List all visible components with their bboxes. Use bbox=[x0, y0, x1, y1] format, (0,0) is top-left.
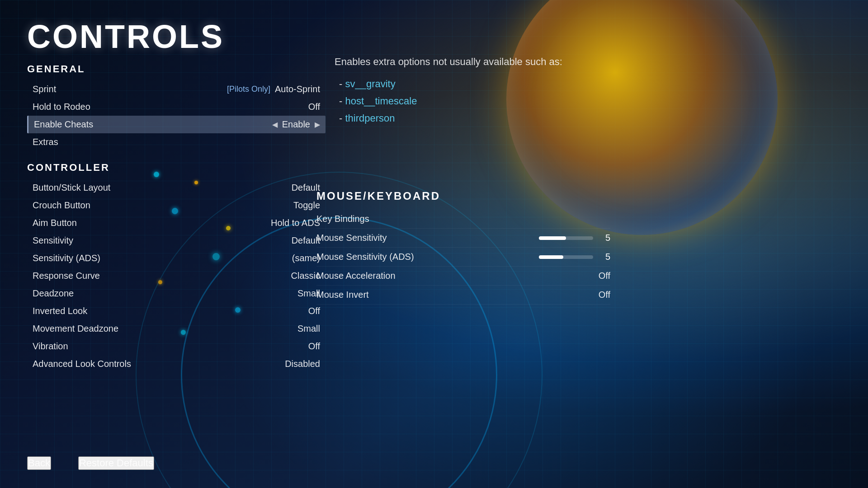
sv-gravity-link: sv__gravity bbox=[345, 78, 395, 89]
aim-button-row[interactable]: Aim Button Hold to ADS bbox=[27, 214, 326, 232]
advanced-look-value: Disabled bbox=[285, 359, 320, 369]
deadzone-row[interactable]: Deadzone Small bbox=[27, 285, 326, 302]
controller-settings: Button/Stick Layout Default Crouch Butto… bbox=[27, 179, 326, 373]
mouse-invert-value: Off bbox=[599, 290, 610, 300]
button-stick-row[interactable]: Button/Stick Layout Default bbox=[27, 179, 326, 197]
aim-button-label: Aim Button bbox=[33, 218, 77, 228]
mouse-sensitivity-ads-row[interactable]: Mouse Sensitivity (ADS) 5 bbox=[316, 248, 610, 267]
mouse-sensitivity-number: 5 bbox=[599, 233, 610, 243]
crouch-button-label: Crouch Button bbox=[33, 200, 90, 211]
general-header: GENERAL bbox=[27, 63, 326, 75]
movement-deadzone-label: Movement Deadzone bbox=[33, 324, 118, 334]
deadzone-label: Deadzone bbox=[33, 288, 74, 299]
advanced-look-row[interactable]: Advanced Look Controls Disabled bbox=[27, 355, 326, 373]
inverted-look-value: Off bbox=[308, 306, 320, 316]
sensitivity-value: Default bbox=[292, 235, 320, 246]
mouse-acceleration-label: Mouse Acceleration bbox=[316, 271, 396, 281]
movement-deadzone-row[interactable]: Movement Deadzone Small bbox=[27, 320, 326, 338]
general-settings: Sprint [Pilots Only] Auto-Sprint Hold to… bbox=[27, 80, 326, 151]
enable-cheats-value: ◀ Enable ▶ bbox=[272, 119, 320, 130]
key-bindings-label: Key Bindings bbox=[316, 214, 369, 224]
response-curve-value: Classic bbox=[291, 271, 320, 281]
mouse-sensitivity-ads-value: 5 bbox=[539, 252, 610, 262]
back-button[interactable]: Back bbox=[27, 456, 51, 470]
mouse-sensitivity-ads-fill bbox=[539, 255, 563, 259]
hold-rodeo-label: Hold to Rodeo bbox=[33, 102, 90, 112]
hold-rodeo-row[interactable]: Hold to Rodeo Off bbox=[27, 98, 326, 116]
tooltip-description: Enables extra options not usually availa… bbox=[335, 54, 606, 69]
inverted-look-label: Inverted Look bbox=[33, 306, 87, 316]
sprint-tag: [Pilots Only] bbox=[227, 84, 270, 94]
vibration-label: Vibration bbox=[33, 341, 68, 352]
extras-row[interactable]: Extras bbox=[27, 133, 326, 151]
mouse-sensitivity-ads-slider[interactable] bbox=[539, 255, 593, 259]
mouse-keyboard-header: MOUSE/KEYBOARD bbox=[316, 190, 610, 202]
mouse-invert-row[interactable]: Mouse Invert Off bbox=[316, 286, 610, 305]
host-timescale-link: host__timescale bbox=[345, 95, 417, 107]
enable-cheats-row[interactable]: Enable Cheats ◀ Enable ▶ bbox=[27, 116, 326, 133]
mouse-keyboard-panel: MOUSE/KEYBOARD Key Bindings Mouse Sensit… bbox=[316, 190, 610, 305]
mouse-sensitivity-label: Mouse Sensitivity bbox=[316, 233, 387, 243]
sprint-value: [Pilots Only] Auto-Sprint bbox=[227, 84, 320, 94]
mouse-sensitivity-fill bbox=[539, 236, 566, 240]
sprint-row[interactable]: Sprint [Pilots Only] Auto-Sprint bbox=[27, 80, 326, 98]
enable-cheats-label: Enable Cheats bbox=[34, 119, 93, 130]
sprint-label: Sprint bbox=[33, 84, 56, 94]
response-curve-label: Response Curve bbox=[33, 271, 100, 281]
sensitivity-label: Sensitivity bbox=[33, 235, 73, 246]
mouse-sensitivity-ads-label: Mouse Sensitivity (ADS) bbox=[316, 252, 414, 262]
vibration-row[interactable]: Vibration Off bbox=[27, 338, 326, 355]
mouse-sensitivity-row[interactable]: Mouse Sensitivity 5 bbox=[316, 229, 610, 248]
mouse-acceleration-value: Off bbox=[599, 271, 610, 281]
main-content: CONTROLS GENERAL Sprint [Pilots Only] Au… bbox=[0, 0, 868, 488]
sensitivity-ads-label: Sensitivity (ADS) bbox=[33, 253, 100, 263]
tooltip-item-timescale: - host__timescale bbox=[335, 95, 606, 107]
left-panel: GENERAL Sprint [Pilots Only] Auto-Sprint… bbox=[27, 54, 326, 373]
key-bindings-row[interactable]: Key Bindings bbox=[316, 210, 610, 229]
mouse-sensitivity-slider[interactable] bbox=[539, 236, 593, 240]
mouse-sensitivity-value: 5 bbox=[539, 233, 610, 243]
crouch-button-row[interactable]: Crouch Button Toggle bbox=[27, 197, 326, 214]
mouse-acceleration-row[interactable]: Mouse Acceleration Off bbox=[316, 267, 610, 286]
tooltip-panel: Enables extra options not usually availa… bbox=[335, 54, 606, 130]
sensitivity-row[interactable]: Sensitivity Default bbox=[27, 232, 326, 249]
bottom-bar: Back Restore Defaults bbox=[27, 456, 154, 470]
mouse-invert-label: Mouse Invert bbox=[316, 290, 369, 300]
button-stick-value: Default bbox=[292, 183, 320, 193]
button-stick-label: Button/Stick Layout bbox=[33, 183, 110, 193]
advanced-look-label: Advanced Look Controls bbox=[33, 359, 131, 369]
chevron-left-icon: ◀ bbox=[272, 120, 278, 129]
extras-label: Extras bbox=[33, 137, 58, 147]
mouse-sensitivity-ads-number: 5 bbox=[599, 252, 610, 262]
response-curve-row[interactable]: Response Curve Classic bbox=[27, 267, 326, 285]
movement-deadzone-value: Small bbox=[297, 324, 320, 334]
restore-defaults-button[interactable]: Restore Defaults bbox=[78, 456, 154, 470]
chevron-right-icon: ▶ bbox=[315, 120, 320, 129]
sensitivity-ads-value: (same) bbox=[292, 253, 320, 263]
thirdperson-link: thirdperson bbox=[345, 113, 395, 124]
vibration-value: Off bbox=[308, 341, 320, 352]
tooltip-item-gravity: - sv__gravity bbox=[335, 78, 606, 90]
controller-header: CONTROLLER bbox=[27, 162, 326, 174]
hold-rodeo-value: Off bbox=[308, 102, 320, 112]
aim-button-value: Hold to ADS bbox=[271, 218, 320, 228]
page-title: CONTROLS bbox=[27, 18, 841, 55]
sensitivity-ads-row[interactable]: Sensitivity (ADS) (same) bbox=[27, 249, 326, 267]
inverted-look-row[interactable]: Inverted Look Off bbox=[27, 302, 326, 320]
tooltip-item-thirdperson: - thirdperson bbox=[335, 113, 606, 124]
